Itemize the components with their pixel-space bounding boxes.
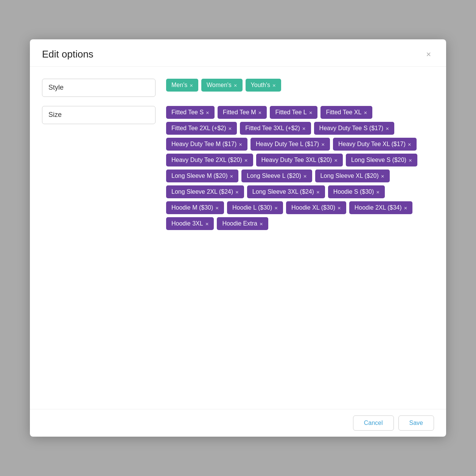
- option-row-style: StyleMen's×Women's×Youth's×: [42, 79, 434, 97]
- tag-hdt-m: Heavy Duty Tee M ($17)×: [166, 138, 247, 151]
- tag-close-hdt-s[interactable]: ×: [386, 126, 389, 131]
- tag-close-hoodie-2xl[interactable]: ×: [404, 205, 408, 211]
- tag-fitted-l: Fitted Tee L×: [270, 106, 317, 119]
- tag-label-fitted-2xl: Fitted Tee 2XL (+$2): [171, 125, 226, 132]
- modal-title: Edit options: [42, 48, 93, 60]
- tag-label-fitted-l: Fitted Tee L: [275, 109, 306, 116]
- cancel-button[interactable]: Cancel: [353, 415, 394, 431]
- tag-label-hdt-3xl: Heavy Duty Tee 3XL ($20): [261, 157, 332, 163]
- tag-close-ls-m[interactable]: ×: [230, 173, 233, 179]
- tag-close-ls-3xl[interactable]: ×: [316, 189, 320, 195]
- tag-label-mens: Men's: [171, 82, 187, 89]
- tag-close-fitted-2xl[interactable]: ×: [229, 126, 232, 131]
- tag-label-ls-xl: Long Sleeve XL ($20): [320, 173, 379, 179]
- tag-label-hoodie-extra: Hoodie Extra: [222, 220, 257, 227]
- tag-label-fitted-3xl: Fitted Tee 3XL (+$2): [245, 125, 300, 132]
- tag-label-fitted-s: Fitted Tee S: [171, 109, 204, 116]
- modal-header: Edit options ×: [30, 39, 446, 67]
- tags-container-style: Men's×Women's×Youth's×: [166, 79, 434, 92]
- modal-body: StyleMen's×Women's×Youth's×SizeFitted Te…: [30, 67, 446, 409]
- tag-close-hoodie-m[interactable]: ×: [215, 205, 219, 211]
- modal-footer: Cancel Save: [30, 409, 446, 437]
- tag-fitted-m: Fitted Tee M×: [218, 106, 267, 119]
- tag-youths: Youth's×: [246, 79, 281, 92]
- tag-close-ls-xl[interactable]: ×: [381, 173, 384, 179]
- tag-hdt-s: Heavy Duty Tee S ($17)×: [314, 122, 394, 135]
- tag-label-hoodie-2xl: Hoodie 2XL ($34): [355, 204, 402, 211]
- tag-label-hdt-l: Heavy Duty Tee L ($17): [256, 141, 319, 148]
- tag-womens: Women's×: [201, 79, 243, 92]
- tag-label-ls-2xl: Long Sleeve 2XL ($24): [171, 188, 233, 195]
- tag-close-hoodie-extra[interactable]: ×: [260, 221, 263, 227]
- tag-label-hoodie-s: Hoodie S ($30): [333, 188, 374, 195]
- tag-hoodie-extra: Hoodie Extra×: [217, 217, 268, 230]
- tag-fitted-xl: Fitted Tee XL×: [320, 106, 372, 119]
- option-label-style: Style: [42, 79, 156, 97]
- tags-container-size: Fitted Tee S×Fitted Tee M×Fitted Tee L×F…: [166, 106, 434, 230]
- tag-hdt-l: Heavy Duty Tee L ($17)×: [250, 138, 330, 151]
- tag-label-hoodie-m: Hoodie M ($30): [171, 204, 213, 211]
- tag-close-hdt-m[interactable]: ×: [239, 142, 242, 147]
- tag-close-hoodie-s[interactable]: ×: [376, 189, 380, 195]
- tag-label-fitted-m: Fitted Tee M: [223, 109, 256, 116]
- tag-close-ls-2xl[interactable]: ×: [235, 189, 239, 195]
- tag-hdt-3xl: Heavy Duty Tee 3XL ($20)×: [256, 154, 343, 166]
- tag-label-hdt-2xl: Heavy Duty Tee 2XL ($20): [171, 157, 242, 163]
- tag-ls-l: Long Sleeve L ($20)×: [241, 170, 312, 182]
- tag-close-fitted-3xl[interactable]: ×: [302, 126, 306, 131]
- tag-label-hoodie-xl: Hoodie XL ($30): [291, 204, 335, 211]
- tag-close-youths[interactable]: ×: [272, 82, 276, 88]
- tag-hdt-2xl: Heavy Duty Tee 2XL ($20)×: [166, 154, 253, 166]
- tag-close-hoodie-xl[interactable]: ×: [338, 205, 341, 211]
- tag-close-hdt-3xl[interactable]: ×: [334, 157, 338, 163]
- tag-close-hoodie-3xl[interactable]: ×: [205, 221, 209, 227]
- tag-hdt-xl: Heavy Duty Tee XL ($17)×: [333, 138, 417, 151]
- tag-close-fitted-m[interactable]: ×: [258, 110, 262, 115]
- option-row-size: SizeFitted Tee S×Fitted Tee M×Fitted Tee…: [42, 106, 434, 230]
- tag-label-ls-3xl: Long Sleeve 3XL ($24): [252, 188, 314, 195]
- tag-label-hoodie-3xl: Hoodie 3XL: [171, 220, 203, 227]
- tag-close-womens[interactable]: ×: [234, 82, 237, 88]
- tag-hoodie-3xl: Hoodie 3XL×: [166, 217, 214, 230]
- tag-label-ls-s: Long Sleeve S ($20): [351, 157, 406, 163]
- tag-fitted-3xl: Fitted Tee 3XL (+$2)×: [240, 122, 311, 135]
- tag-ls-s: Long Sleeve S ($20)×: [346, 154, 417, 166]
- close-button[interactable]: ×: [423, 49, 434, 60]
- tag-label-hdt-xl: Heavy Duty Tee XL ($17): [338, 141, 406, 148]
- tag-hoodie-xl: Hoodie XL ($30)×: [286, 201, 346, 214]
- tag-hoodie-s: Hoodie S ($30)×: [328, 185, 385, 198]
- save-button[interactable]: Save: [398, 415, 434, 431]
- tag-mens: Men's×: [166, 79, 198, 92]
- tag-label-womens: Women's: [207, 82, 232, 89]
- tag-close-fitted-l[interactable]: ×: [309, 110, 313, 115]
- tag-fitted-s: Fitted Tee S×: [166, 106, 215, 119]
- tag-label-youths: Youth's: [251, 82, 270, 89]
- tag-close-hdt-2xl[interactable]: ×: [244, 157, 248, 163]
- tag-label-hoodie-l: Hoodie L ($30): [232, 204, 272, 211]
- tag-hoodie-l: Hoodie L ($30)×: [227, 201, 283, 214]
- tag-hoodie-2xl: Hoodie 2XL ($34)×: [349, 201, 413, 214]
- tag-hoodie-m: Hoodie M ($30)×: [166, 201, 224, 214]
- tag-label-ls-m: Long Sleeve M ($20): [171, 173, 228, 179]
- tag-fitted-2xl: Fitted Tee 2XL (+$2)×: [166, 122, 237, 135]
- tag-close-fitted-s[interactable]: ×: [206, 110, 209, 115]
- tag-close-hdt-xl[interactable]: ×: [408, 142, 411, 147]
- tag-ls-2xl: Long Sleeve 2XL ($24)×: [166, 185, 244, 198]
- tag-close-hdt-l[interactable]: ×: [321, 142, 325, 147]
- tag-close-fitted-xl[interactable]: ×: [364, 110, 367, 115]
- tag-label-fitted-xl: Fitted Tee XL: [326, 109, 361, 116]
- tag-close-ls-l[interactable]: ×: [303, 173, 307, 179]
- option-label-size: Size: [42, 106, 156, 124]
- tag-close-ls-s[interactable]: ×: [409, 157, 412, 163]
- tag-label-hdt-s: Heavy Duty Tee S ($17): [319, 125, 384, 132]
- tag-label-hdt-m: Heavy Duty Tee M ($17): [171, 141, 236, 148]
- tag-close-mens[interactable]: ×: [190, 82, 193, 88]
- tag-ls-m: Long Sleeve M ($20)×: [166, 170, 238, 182]
- modal: Edit options × StyleMen's×Women's×Youth'…: [30, 39, 446, 437]
- tag-ls-xl: Long Sleeve XL ($20)×: [315, 170, 390, 182]
- tag-label-ls-l: Long Sleeve L ($20): [247, 173, 301, 179]
- tag-ls-3xl: Long Sleeve 3XL ($24)×: [247, 185, 325, 198]
- tag-close-hoodie-l[interactable]: ×: [274, 205, 278, 211]
